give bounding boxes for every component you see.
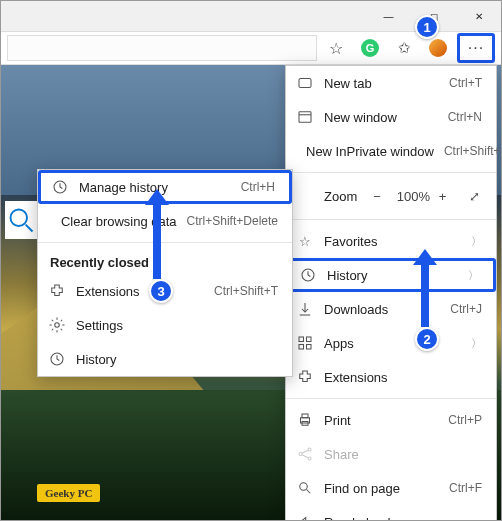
menu-separator bbox=[286, 398, 496, 399]
puzzle-icon bbox=[48, 282, 66, 300]
star-icon: ☆ bbox=[296, 234, 314, 249]
shortcut-label: Ctrl+H bbox=[241, 180, 275, 194]
menu-favorites[interactable]: ☆ Favorites 〉 bbox=[286, 224, 496, 258]
download-icon bbox=[296, 300, 314, 318]
menu-extensions[interactable]: Extensions bbox=[286, 360, 496, 394]
menu-label: Extensions bbox=[76, 284, 204, 299]
svg-point-18 bbox=[299, 453, 302, 456]
annotation-badge-1: 1 bbox=[415, 15, 439, 39]
shortcut-label: Ctrl+Shift+N bbox=[444, 144, 502, 158]
shortcut-label: Ctrl+F bbox=[449, 481, 482, 495]
menu-label: History bbox=[327, 268, 458, 283]
menu-history[interactable]: History 〉 bbox=[286, 258, 496, 292]
annotation-badge-2: 2 bbox=[415, 327, 439, 351]
menu-label: Print bbox=[324, 413, 438, 428]
puzzle-icon bbox=[296, 368, 314, 386]
menu-label: New window bbox=[324, 110, 438, 125]
watermark-label: Geeky PC bbox=[37, 484, 100, 502]
annotation-badge-3: 3 bbox=[149, 279, 173, 303]
menu-apps[interactable]: Apps 〉 bbox=[286, 326, 496, 360]
zoom-value: 100% bbox=[397, 189, 423, 204]
menu-new-window[interactable]: New window Ctrl+N bbox=[286, 100, 496, 134]
menu-read-aloud[interactable]: Read aloud bbox=[286, 505, 496, 521]
url-input[interactable] bbox=[7, 35, 317, 61]
menu-label: Settings bbox=[76, 318, 278, 333]
submenu-clear-data[interactable]: Clear browsing data Ctrl+Shift+Delete bbox=[38, 204, 292, 238]
collections-icon: ✩ bbox=[398, 39, 411, 57]
grammarly-button[interactable]: G bbox=[355, 33, 385, 63]
shortcut-label: Ctrl+P bbox=[448, 413, 482, 427]
window-icon bbox=[296, 108, 314, 126]
menu-label: New tab bbox=[324, 76, 439, 91]
menu-zoom: Zoom − 100% + ⤢ bbox=[286, 177, 496, 215]
svg-point-19 bbox=[308, 448, 311, 451]
menu-label: Share bbox=[324, 447, 482, 462]
grammarly-icon: G bbox=[361, 39, 379, 57]
svg-rect-16 bbox=[302, 414, 308, 418]
more-menu-button[interactable]: ··· bbox=[457, 33, 495, 63]
history-icon bbox=[51, 178, 69, 196]
menu-label: Find on page bbox=[324, 481, 439, 496]
menu-label: Apps bbox=[324, 336, 461, 351]
share-icon bbox=[296, 445, 314, 463]
menu-label: History bbox=[76, 352, 278, 367]
svg-line-21 bbox=[302, 450, 308, 453]
menu-label: Extensions bbox=[324, 370, 482, 385]
close-icon: ✕ bbox=[475, 11, 483, 22]
svg-rect-3 bbox=[299, 112, 311, 123]
menu-label: Read aloud bbox=[324, 515, 482, 522]
star-icon: ☆ bbox=[329, 39, 343, 58]
menu-downloads[interactable]: Downloads Ctrl+J bbox=[286, 292, 496, 326]
shortcut-label: Ctrl+Shift+Delete bbox=[187, 214, 278, 228]
page-search-button[interactable] bbox=[5, 201, 38, 239]
svg-rect-13 bbox=[299, 345, 304, 350]
menu-find[interactable]: Find on page Ctrl+F bbox=[286, 471, 496, 505]
zoom-out-button[interactable]: − bbox=[365, 189, 389, 204]
menu-label: Favorites bbox=[324, 234, 461, 249]
svg-line-24 bbox=[307, 490, 311, 494]
svg-rect-2 bbox=[299, 79, 311, 88]
svg-rect-12 bbox=[307, 337, 312, 342]
ellipsis-icon: ··· bbox=[468, 39, 484, 57]
svg-point-29 bbox=[55, 323, 60, 328]
menu-separator bbox=[38, 242, 292, 243]
svg-line-1 bbox=[26, 224, 33, 231]
menu-new-tab[interactable]: New tab Ctrl+T bbox=[286, 66, 496, 100]
shortcut-label: Ctrl+N bbox=[448, 110, 482, 124]
chevron-right-icon: 〉 bbox=[468, 268, 479, 283]
svg-point-23 bbox=[300, 483, 308, 491]
submenu-settings[interactable]: Settings bbox=[38, 308, 292, 342]
gear-icon bbox=[48, 316, 66, 334]
menu-inprivate[interactable]: New InPrivate window Ctrl+Shift+N bbox=[286, 134, 496, 168]
fullscreen-button[interactable]: ⤢ bbox=[462, 189, 486, 204]
print-icon bbox=[296, 411, 314, 429]
find-icon bbox=[296, 479, 314, 497]
svg-point-20 bbox=[308, 457, 311, 460]
close-window-button[interactable]: ✕ bbox=[456, 1, 501, 31]
svg-line-22 bbox=[302, 455, 308, 458]
svg-point-0 bbox=[11, 209, 28, 226]
menu-share: Share bbox=[286, 437, 496, 471]
menu-separator bbox=[286, 172, 496, 173]
zoom-label: Zoom bbox=[296, 189, 357, 204]
menu-print[interactable]: Print Ctrl+P bbox=[286, 403, 496, 437]
submenu-history[interactable]: History bbox=[38, 342, 292, 376]
menu-separator bbox=[286, 219, 496, 220]
tab-icon bbox=[296, 74, 314, 92]
menu-label: New InPrivate window bbox=[306, 144, 434, 159]
recently-closed-heading: Recently closed bbox=[38, 247, 292, 274]
history-icon bbox=[48, 350, 66, 368]
history-icon bbox=[299, 266, 317, 284]
profile-icon bbox=[429, 39, 447, 57]
apps-icon bbox=[296, 334, 314, 352]
main-menu: New tab Ctrl+T New window Ctrl+N New InP… bbox=[285, 65, 497, 521]
zoom-in-button[interactable]: + bbox=[431, 189, 455, 204]
chevron-right-icon: 〉 bbox=[471, 234, 482, 249]
minimize-button[interactable]: — bbox=[366, 1, 411, 31]
svg-rect-11 bbox=[299, 337, 304, 342]
minimize-icon: — bbox=[384, 11, 394, 22]
svg-rect-14 bbox=[307, 345, 312, 350]
collections-button[interactable]: ✩ bbox=[389, 33, 419, 63]
shortcut-label: Ctrl+J bbox=[450, 302, 482, 316]
favorite-star-button[interactable]: ☆ bbox=[321, 33, 351, 63]
